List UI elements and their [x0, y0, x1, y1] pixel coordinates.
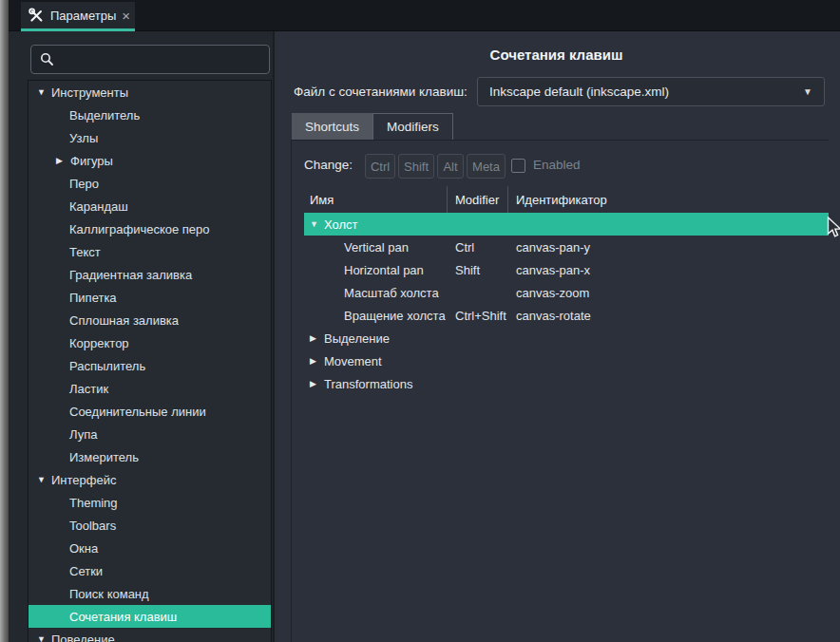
- dropdown-value: Inkscape default (inkscape.xml): [489, 85, 803, 99]
- sidebar-item[interactable]: Ластик: [29, 377, 271, 400]
- mouse-cursor: [827, 217, 840, 239]
- sidebar-item[interactable]: Пипетка: [29, 286, 271, 309]
- sidebar-item[interactable]: Окна: [29, 537, 271, 559]
- sidebar-item[interactable]: Toolbars: [29, 514, 271, 537]
- sidebar-item[interactable]: Текст: [29, 240, 271, 263]
- row-modifier-cell: Shift: [448, 263, 508, 277]
- expander-right-icon[interactable]: ▶: [310, 380, 324, 388]
- sidebar-item[interactable]: Распылитель: [29, 354, 271, 377]
- row-name-label: Вращение холста: [344, 309, 446, 323]
- expander-right-icon[interactable]: ▶: [56, 157, 70, 165]
- sidebar-item[interactable]: Каллиграфическое перо: [29, 217, 271, 240]
- sidebar-item[interactable]: ▼Поведение: [29, 628, 271, 642]
- shortcuts-table-body: ▼ХолстVertical panCtrlcanvas-pan-yHorizo…: [304, 213, 829, 395]
- row-name-label: Масштаб холста: [344, 286, 439, 300]
- sidebar-item-label: Лупа: [69, 427, 97, 442]
- sidebar-item[interactable]: ▼Инструменты: [29, 81, 271, 104]
- sidebar-item-label: Пипетка: [69, 291, 117, 305]
- row-identifier-cell: canvas-rotate: [508, 309, 829, 323]
- expander-right-icon[interactable]: ▶: [310, 334, 324, 343]
- row-identifier-cell: canvas-pan-x: [508, 263, 829, 277]
- row-name-label: Vertical pan: [344, 240, 409, 255]
- row-identifier-cell: canvas-zoom: [508, 286, 829, 300]
- sidebar-item[interactable]: Сплошная заливка: [29, 309, 271, 331]
- tab-modifiers[interactable]: Modifiers: [372, 113, 453, 140]
- sidebar-item[interactable]: Корректор: [29, 331, 271, 354]
- table-row[interactable]: ▶Transformations: [304, 372, 829, 395]
- expander-down-icon[interactable]: ▼: [37, 88, 51, 97]
- table-row[interactable]: ▶Movement: [304, 349, 829, 372]
- expander-right-icon[interactable]: ▶: [310, 357, 324, 366]
- tab-title: Параметры: [50, 9, 116, 23]
- dialog-tab-bar: Параметры ×: [9, 0, 840, 31]
- close-icon[interactable]: ×: [122, 9, 130, 23]
- tools-icon: [29, 8, 45, 24]
- expander-down-icon[interactable]: ▼: [37, 476, 51, 484]
- shortcut-file-label: Файл с сочетаниями клавиш:: [294, 85, 468, 99]
- sidebar-tree[interactable]: ▼ИнструментыВыделительУзлы▶ФигурыПероКар…: [28, 80, 272, 642]
- sidebar-item[interactable]: ▼Интерфейс: [29, 468, 271, 491]
- column-header-identifier[interactable]: Идентификатор: [508, 186, 829, 213]
- chevron-down-icon: ▼: [803, 86, 812, 97]
- sidebar-item[interactable]: Перо: [29, 172, 271, 195]
- window-edge: [0, 0, 9, 642]
- enabled-label: Enabled: [533, 158, 581, 172]
- column-header-name[interactable]: Имя: [304, 186, 448, 213]
- row-name-cell: ▶Выделение: [304, 331, 448, 346]
- meta-key-button[interactable]: Meta: [467, 154, 506, 179]
- sidebar-item[interactable]: Сетки: [29, 559, 271, 582]
- table-row[interactable]: ▼Холст: [304, 213, 829, 236]
- sidebar-item[interactable]: Узлы: [29, 126, 271, 149]
- table-row[interactable]: Масштаб холстаcanvas-zoom: [304, 281, 829, 304]
- column-header-modifier[interactable]: Modifier: [448, 186, 508, 213]
- sidebar-item[interactable]: Сочетания клавиш: [29, 605, 271, 628]
- table-row[interactable]: Вращение холстаCtrl+Shiftcanvas-rotate: [304, 304, 829, 327]
- notebook-tabs: Shortcuts Modifiers: [292, 113, 453, 140]
- inkscape-preferences-window: { "colors": { "accent_teal": "#2abb9b", …: [0, 0, 840, 642]
- tab-shortcuts[interactable]: Shortcuts: [292, 113, 372, 140]
- enabled-checkbox[interactable]: [511, 159, 525, 173]
- sidebar-item-label: Ластик: [69, 382, 108, 396]
- ctrl-key-button[interactable]: Ctrl: [365, 154, 395, 179]
- sidebar-item[interactable]: Выделитель: [29, 104, 271, 126]
- row-name-cell: Вращение холста: [304, 309, 448, 323]
- sidebar-item[interactable]: ▶Фигуры: [29, 149, 271, 172]
- sidebar-item-label: Градиентная заливка: [69, 268, 192, 282]
- row-name-label: Transformations: [324, 377, 412, 391]
- search-input-wrap[interactable]: [30, 45, 270, 74]
- search-input[interactable]: [61, 52, 260, 66]
- alt-key-button[interactable]: Alt: [437, 154, 464, 179]
- table-row[interactable]: Horizontal panShiftcanvas-pan-x: [304, 258, 829, 281]
- shift-key-button[interactable]: Shift: [398, 154, 434, 179]
- table-row[interactable]: Vertical panCtrlcanvas-pan-y: [304, 236, 829, 258]
- sidebar-item[interactable]: Измеритель: [29, 445, 271, 468]
- sidebar-item[interactable]: Theming: [29, 491, 271, 514]
- row-name-cell: Vertical pan: [304, 240, 448, 255]
- sidebar-item-label: Сетки: [69, 564, 103, 578]
- expander-down-icon[interactable]: ▼: [310, 220, 324, 229]
- search-icon: [40, 52, 54, 66]
- sidebar-item-label: Карандаш: [69, 199, 128, 214]
- preferences-tab[interactable]: Параметры ×: [21, 2, 135, 31]
- sidebar-item-label: Toolbars: [69, 519, 116, 533]
- row-modifier-cell: Ctrl+Shift: [448, 309, 508, 323]
- sidebar-item[interactable]: Поиск команд: [29, 582, 271, 605]
- sidebar-item[interactable]: Градиентная заливка: [29, 263, 271, 286]
- active-tab-underline: [21, 28, 135, 31]
- shortcut-file-dropdown[interactable]: Inkscape default (inkscape.xml) ▼: [477, 77, 825, 106]
- row-name-cell: ▶Movement: [304, 354, 448, 368]
- sidebar-item-label: Распылитель: [69, 359, 145, 373]
- table-row[interactable]: ▶Выделение: [304, 327, 829, 349]
- sidebar-item[interactable]: Лупа: [29, 423, 271, 445]
- sidebar-item-label: Каллиграфическое перо: [69, 222, 210, 236]
- sidebar-item[interactable]: Соединительные линии: [29, 400, 271, 423]
- sidebar-item-label: Сочетания клавиш: [69, 610, 177, 624]
- expander-down-icon[interactable]: ▼: [37, 635, 51, 642]
- row-name-cell: ▶Transformations: [304, 377, 448, 391]
- sidebar-item-label: Сплошная заливка: [69, 313, 179, 328]
- sidebar-item-label: Поведение: [51, 633, 115, 642]
- page-title: Сочетания клавиш: [273, 47, 840, 63]
- sidebar-item[interactable]: Карандаш: [29, 195, 271, 217]
- row-name-cell: Horizontal pan: [304, 263, 448, 277]
- row-name-label: Horizontal pan: [344, 263, 424, 277]
